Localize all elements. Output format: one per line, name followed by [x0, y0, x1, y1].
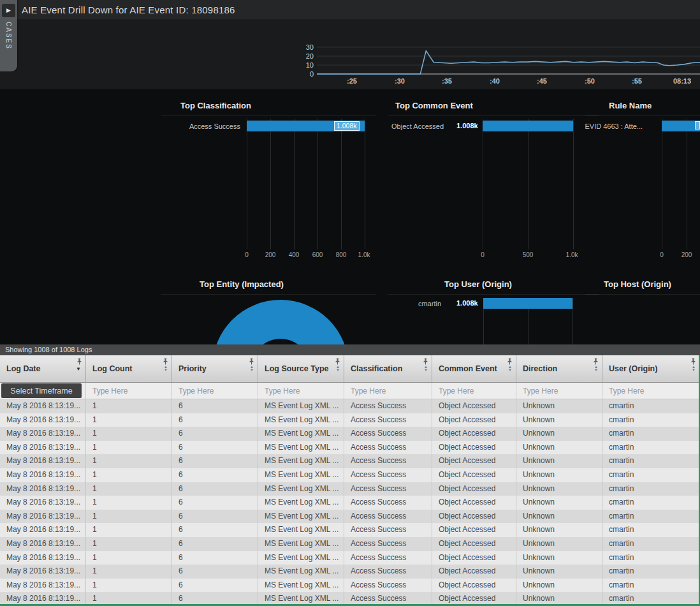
common-event-category-label: Object Accessed: [374, 122, 444, 130]
gridline: [662, 119, 662, 249]
table-row[interactable]: May 8 2016 8:13:19... 1 6 MS Event Log X…: [0, 537, 700, 551]
cell-log-date: May 8 2016 8:13:19...: [0, 427, 86, 441]
chart-title-top-user: Top User (Origin): [444, 279, 512, 289]
filter-cell-priority: [172, 383, 258, 399]
logs-status-bar: Showing 1008 of 1008 Logs: [0, 344, 700, 355]
filter-input-direction[interactable]: [523, 387, 598, 395]
timeline-xtick: :55: [632, 77, 642, 85]
cell-log-count: 1: [86, 454, 172, 468]
cell-user-origin: cmartin: [602, 510, 700, 524]
table-row[interactable]: May 8 2016 8:13:19... 1 6 MS Event Log X…: [0, 427, 700, 441]
cell-user-origin: cmartin: [602, 565, 700, 579]
table-row[interactable]: May 8 2016 8:13:19... 1 6 MS Event Log X…: [0, 482, 700, 496]
column-header-direction[interactable]: Direction ▲▼: [516, 355, 602, 382]
table-row[interactable]: May 8 2016 8:13:19... 1 6 MS Event Log X…: [0, 551, 700, 565]
cell-common-event: Object Accessed: [432, 510, 516, 524]
cell-common-event: Object Accessed: [432, 537, 516, 551]
filter-input-log-count[interactable]: [92, 387, 168, 395]
sort-icon[interactable]: ▲▼: [594, 366, 598, 372]
column-header-priority[interactable]: Priority ▲▼: [172, 355, 258, 382]
cell-classification: Access Success: [344, 523, 432, 537]
cell-common-event: Object Accessed: [432, 482, 516, 496]
table-row[interactable]: May 8 2016 8:13:19... 1 6 MS Event Log X…: [0, 454, 700, 468]
gridline: [247, 119, 247, 249]
table-row[interactable]: May 8 2016 8:13:19... 1 6 MS Event Log X…: [0, 413, 700, 427]
select-timeframe-button[interactable]: Select Timeframe: [1, 383, 82, 398]
column-header-log-source-type[interactable]: Log Source Type ▲▼: [258, 355, 344, 382]
charts-area: Top Classification Access Success 1.008k…: [0, 89, 700, 344]
cell-classification: Access Success: [344, 565, 432, 579]
filter-cell-log-date: Select Timeframe: [0, 383, 86, 399]
cell-user-origin: cmartin: [602, 427, 700, 441]
page-title: AIE Event Drill Down for AIE Event ID: 1…: [22, 4, 235, 15]
classification-bar-value[interactable]: 1.008k: [334, 121, 360, 131]
cell-user-origin: cmartin: [602, 551, 700, 565]
timeline-xtick: :40: [490, 77, 500, 85]
filter-input-classification[interactable]: [351, 387, 428, 395]
cell-classification: Access Success: [344, 399, 432, 413]
cell-log-source-type: MS Event Log XML ...: [258, 537, 344, 551]
column-header-log-count[interactable]: Log Count ▲▼: [86, 355, 172, 382]
cell-log-source-type: MS Event Log XML ...: [258, 427, 344, 441]
timeline-chart[interactable]: [281, 38, 700, 79]
cell-direction: Unknown: [516, 427, 602, 441]
user-category-label: cmartin: [387, 300, 441, 307]
column-header-log-date[interactable]: Log Date ▼: [0, 355, 86, 382]
cell-classification: Access Success: [344, 551, 432, 565]
filter-input-user-origin[interactable]: [609, 387, 696, 395]
cell-log-count: 1: [86, 413, 172, 427]
table-row[interactable]: May 8 2016 8:13:19... 1 6 MS Event Log X…: [0, 496, 700, 510]
common-event-bar[interactable]: [483, 121, 573, 131]
table-row[interactable]: May 8 2016 8:13:19... 1 6 MS Event Log X…: [0, 468, 700, 482]
table-row[interactable]: May 8 2016 8:13:19... 1 6 MS Event Log X…: [0, 523, 700, 537]
table-row[interactable]: May 8 2016 8:13:19... 1 6 MS Event Log X…: [0, 510, 700, 524]
sort-icon[interactable]: ▲▼: [250, 366, 254, 372]
column-header-classification[interactable]: Classification ▲▼: [344, 355, 432, 382]
panel-separator: [161, 115, 376, 116]
cell-priority: 6: [172, 537, 258, 551]
table-row[interactable]: May 8 2016 8:13:19... 1 6 MS Event Log X…: [0, 399, 700, 413]
cell-log-source-type: MS Event Log XML ...: [258, 399, 344, 413]
rule-name-bar[interactable]: [662, 121, 700, 131]
sort-icon[interactable]: ▲▼: [424, 366, 428, 372]
cell-classification: Access Success: [344, 468, 432, 482]
gridline: [528, 119, 529, 249]
sort-icon[interactable]: ▲▼: [336, 366, 340, 372]
table-row[interactable]: May 8 2016 8:13:19... 1 6 MS Event Log X…: [0, 579, 700, 593]
cell-log-date: May 8 2016 8:13:19...: [0, 496, 86, 510]
cell-user-origin: cmartin: [602, 579, 700, 593]
sort-icon[interactable]: ▲▼: [164, 366, 168, 372]
cell-log-date: May 8 2016 8:13:19...: [0, 510, 86, 524]
cell-priority: 6: [172, 579, 258, 593]
cell-classification: Access Success: [344, 482, 432, 496]
cell-log-source-type: MS Event Log XML ...: [258, 510, 344, 524]
filter-input-priority[interactable]: [179, 387, 254, 395]
filter-cell-common-event: [432, 383, 516, 399]
timeline-xtick: :30: [395, 77, 405, 85]
column-header-user-origin[interactable]: User (Origin) ▲▼: [602, 355, 700, 382]
cell-log-date: May 8 2016 8:13:19...: [0, 441, 86, 455]
sort-desc-icon[interactable]: ▼: [76, 365, 81, 374]
play-icon[interactable]: ▶: [2, 4, 15, 17]
cell-priority: 6: [172, 551, 258, 565]
sort-icon[interactable]: ▲▼: [692, 366, 696, 372]
cell-classification: Access Success: [344, 537, 432, 551]
sort-icon[interactable]: ▲▼: [508, 366, 512, 372]
cell-priority: 6: [172, 523, 258, 537]
user-bar[interactable]: [483, 298, 572, 309]
table-row[interactable]: May 8 2016 8:13:19... 1 6 MS Event Log X…: [0, 565, 700, 579]
table-row[interactable]: May 8 2016 8:13:19... 1 6 MS Event Log X…: [0, 441, 700, 455]
filter-input-log-source-type[interactable]: [265, 387, 340, 395]
common-event-bar-value: 1.008k: [456, 122, 478, 129]
cell-log-count: 1: [86, 496, 172, 510]
cell-log-source-type: MS Event Log XML ...: [258, 468, 344, 482]
filter-input-common-event[interactable]: [439, 387, 512, 395]
cell-priority: 6: [172, 496, 258, 510]
gridline: [573, 119, 574, 249]
column-header-label: Log Source Type: [265, 364, 328, 373]
chart-title-rule-name: Rule Name: [609, 101, 652, 110]
column-header-common-event[interactable]: Common Event ▲▼: [432, 355, 516, 382]
cases-tab[interactable]: ▶ CASES: [0, 0, 17, 71]
cell-common-event: Object Accessed: [432, 579, 516, 593]
timeline-xtick: :45: [537, 77, 547, 85]
